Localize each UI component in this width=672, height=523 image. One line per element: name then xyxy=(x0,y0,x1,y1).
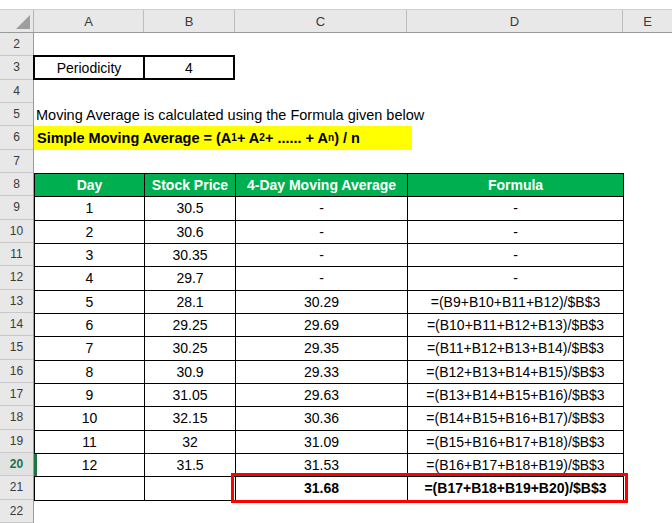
price-cell[interactable]: 30.25 xyxy=(145,337,236,360)
column-header-b[interactable]: B xyxy=(144,10,235,32)
day-cell[interactable]: 3 xyxy=(35,243,145,266)
row-header-2[interactable]: 2 xyxy=(0,33,33,56)
table-row-day-9: 9 31.05 29.63 =(B13+B14+B15+B16)/$B$3 xyxy=(35,383,624,406)
ma-cell[interactable]: 31.09 xyxy=(236,430,408,453)
row-header-9[interactable]: 9 xyxy=(0,196,33,219)
ma-cell[interactable]: - xyxy=(236,220,408,243)
row-header-5[interactable]: 5 xyxy=(0,103,33,126)
row-header-13[interactable]: 13 xyxy=(0,290,33,313)
ma-cell[interactable]: 29.33 xyxy=(236,360,408,383)
day-cell[interactable]: 5 xyxy=(35,290,145,313)
formula-cell[interactable]: =(B10+B11+B12+B13)/$B$3 xyxy=(408,313,624,336)
ma-cell[interactable]: 30.29 xyxy=(236,290,408,313)
formula-cell[interactable]: =(B11+B12+B13+B14)/$B$3 xyxy=(408,337,624,360)
price-cell[interactable]: 30.5 xyxy=(145,197,236,220)
periodicity-label-cell[interactable]: Periodicity xyxy=(35,57,145,78)
table-row-day-13-result: 13 31.68 =(B17+B18+B19+B20)/$B$3 xyxy=(35,477,624,500)
row-header-strip: 2 3 4 5 6 7 8 9 10 11 12 13 14 15 16 17 … xyxy=(0,33,34,523)
row-header-14[interactable]: 14 xyxy=(0,313,33,336)
sma-formula-banner[interactable]: Simple Moving Average = (A1 + A2 + .....… xyxy=(34,126,412,150)
day-cell[interactable]: 2 xyxy=(35,220,145,243)
day-cell[interactable]: 8 xyxy=(35,360,145,383)
ma-cell[interactable]: - xyxy=(236,197,408,220)
row-header-10[interactable]: 10 xyxy=(0,220,33,243)
periodicity-value-cell[interactable]: 4 xyxy=(145,57,233,78)
column-header-c[interactable]: C xyxy=(235,10,407,32)
row-header-4[interactable]: 4 xyxy=(0,80,33,103)
column-header-e[interactable]: E xyxy=(623,10,672,32)
price-cell[interactable]: 31.5 xyxy=(145,453,236,476)
price-cell[interactable]: 30.9 xyxy=(145,360,236,383)
day-cell[interactable]: 11 xyxy=(35,430,145,453)
row-header-7[interactable]: 7 xyxy=(0,150,33,173)
column-header-d[interactable]: D xyxy=(407,10,623,32)
day-cell[interactable]: 10 xyxy=(35,407,145,430)
price-cell[interactable]: 29.25 xyxy=(145,313,236,336)
moving-average-table: Day Stock Price 4-Day Moving Average For… xyxy=(34,173,624,501)
price-cell[interactable]: 32.15 xyxy=(145,407,236,430)
description-text[interactable]: Moving Average is calculated using the F… xyxy=(36,103,424,126)
day-cell[interactable]: 4 xyxy=(35,267,145,290)
day-cell[interactable]: 12 xyxy=(35,453,145,476)
table-row-day-11: 11 32 31.09 =(B15+B16+B17+B18)/$B$3 xyxy=(35,430,624,453)
day-cell[interactable]: 7 xyxy=(35,337,145,360)
ma-cell[interactable]: 31.53 xyxy=(236,453,408,476)
column-header-strip: A B C D E xyxy=(0,9,672,33)
formula-cell[interactable]: - xyxy=(408,243,624,266)
formula-cell[interactable]: =(B15+B16+B17+B18)/$B$3 xyxy=(408,430,624,453)
row-header-21[interactable]: 21 xyxy=(0,476,33,499)
price-cell[interactable]: 31.05 xyxy=(145,383,236,406)
formula-cell[interactable]: =(B16+B17+B18+B19)/$B$3 xyxy=(408,453,624,476)
ma-cell[interactable]: 29.69 xyxy=(236,313,408,336)
price-cell[interactable]: 32 xyxy=(145,430,236,453)
row-header-6[interactable]: 6 xyxy=(0,126,33,149)
ma-result-cell[interactable]: 31.68 xyxy=(236,477,408,500)
row-header-8[interactable]: 8 xyxy=(0,173,33,196)
table-row-day-8: 8 30.9 29.33 =(B12+B13+B14+B15)/$B$3 xyxy=(35,360,624,383)
day-cell[interactable]: 6 xyxy=(35,313,145,336)
stock-price-header-cell[interactable]: Stock Price xyxy=(145,174,236,197)
ma-cell[interactable]: 29.63 xyxy=(236,383,408,406)
row-header-17[interactable]: 17 xyxy=(0,383,33,406)
formula-cell[interactable]: =(B14+B15+B16+B17)/$B$3 xyxy=(408,407,624,430)
price-cell-empty[interactable] xyxy=(145,477,236,500)
formula-cell[interactable]: =(B9+B10+B11+B12)/$B$3 xyxy=(408,290,624,313)
price-cell[interactable]: 30.35 xyxy=(145,243,236,266)
formula-result-cell[interactable]: =(B17+B18+B19+B20)/$B$3 xyxy=(408,477,624,500)
formula-cell[interactable]: =(B13+B14+B15+B16)/$B$3 xyxy=(408,383,624,406)
ma-cell[interactable]: - xyxy=(236,243,408,266)
row-header-3[interactable]: 3 xyxy=(0,56,33,79)
formula-cell[interactable]: - xyxy=(408,220,624,243)
ma-cell[interactable]: - xyxy=(236,267,408,290)
row-header-19[interactable]: 19 xyxy=(0,430,33,453)
formula-cell[interactable]: =(B12+B13+B14+B15)/$B$3 xyxy=(408,360,624,383)
formula-cell[interactable]: - xyxy=(408,197,624,220)
row-header-15[interactable]: 15 xyxy=(0,336,33,359)
row-header-18[interactable]: 18 xyxy=(0,406,33,429)
formula-header-cell[interactable]: Formula xyxy=(408,174,624,197)
table-row-day-3: 3 30.35 - - xyxy=(35,243,624,266)
row-header-22[interactable]: 22 xyxy=(0,500,33,523)
day-cell[interactable]: 13 xyxy=(35,477,145,500)
formula-cell[interactable]: - xyxy=(408,267,624,290)
ma-cell[interactable]: 29.35 xyxy=(236,337,408,360)
spreadsheet: A B C D E 2 3 4 5 6 7 8 9 10 11 12 13 14… xyxy=(0,0,672,523)
ma-cell[interactable]: 30.36 xyxy=(236,407,408,430)
price-cell[interactable]: 28.1 xyxy=(145,290,236,313)
table-row-day-5: 5 28.1 30.29 =(B9+B10+B11+B12)/$B$3 xyxy=(35,290,624,313)
moving-average-header-cell[interactable]: 4-Day Moving Average xyxy=(236,174,408,197)
day-header-cell[interactable]: Day xyxy=(35,174,145,197)
row-header-16[interactable]: 16 xyxy=(0,360,33,383)
row-header-11[interactable]: 11 xyxy=(0,243,33,266)
price-cell[interactable]: 30.6 xyxy=(145,220,236,243)
table-row-day-4: 4 29.7 - - xyxy=(35,267,624,290)
row-header-12[interactable]: 12 xyxy=(0,266,33,289)
price-cell[interactable]: 29.7 xyxy=(145,267,236,290)
day-cell[interactable]: 1 xyxy=(35,197,145,220)
row-header-20-active[interactable]: 20 xyxy=(0,453,33,476)
day-cell[interactable]: 9 xyxy=(35,383,145,406)
column-header-a[interactable]: A xyxy=(34,10,144,32)
table-row-day-12: 12 31.5 31.53 =(B16+B17+B18+B19)/$B$3 xyxy=(35,453,624,476)
table-header-row: Day Stock Price 4-Day Moving Average For… xyxy=(35,174,624,197)
select-all-corner[interactable] xyxy=(0,10,34,32)
